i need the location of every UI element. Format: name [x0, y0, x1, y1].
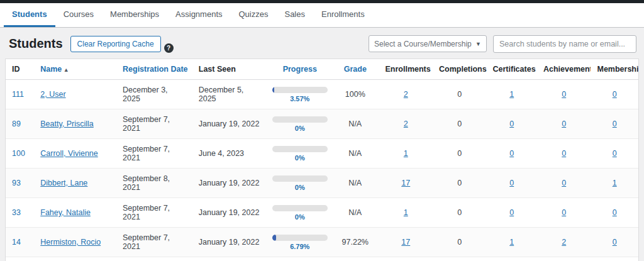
enrollments-link[interactable]: 17 [401, 179, 410, 187]
progress-bar: 6.79% [274, 235, 325, 250]
progress-track [272, 87, 328, 93]
page-title: Students [9, 36, 63, 51]
tab-memberships[interactable]: Memberships [102, 3, 167, 27]
certificates-link-cell: 0 [487, 139, 537, 169]
student-id-link-cell: 100 [6, 139, 34, 169]
achievements-link-cell: 0 [537, 139, 591, 169]
help-icon[interactable]: ? [164, 43, 174, 53]
achievements-link-cell: 0 [537, 109, 591, 139]
student-id-link[interactable]: 89 [12, 119, 21, 128]
certificates-link[interactable]: 0 [509, 179, 514, 187]
students-table-body: 1112, UserDecember 3, 2025December 5, 20… [6, 80, 638, 261]
certificates-link[interactable]: 1 [509, 90, 514, 99]
student-id-link[interactable]: 93 [12, 179, 21, 187]
grade-value: 97.22% [331, 228, 379, 257]
column-header-progress[interactable]: Progress [268, 59, 331, 80]
certificates-link-cell: 0 [487, 198, 537, 228]
completions-count: 0 [433, 228, 487, 257]
student-name-link[interactable]: Beatty, Priscilla [40, 119, 94, 128]
student-name-link-cell: Hermiston, Rocio [34, 228, 116, 257]
column-header-completions: Completions [433, 59, 487, 80]
memberships-link-cell: 0 [591, 139, 638, 169]
column-header-registration-date[interactable]: Registration Date [116, 59, 192, 80]
progress-bar: 0% [274, 116, 325, 132]
tab-sales[interactable]: Sales [276, 3, 313, 27]
achievements-link[interactable]: 0 [562, 179, 566, 187]
student-name-link[interactable]: Carroll, Vivienne [40, 149, 97, 158]
progress-cell: 0% [268, 198, 331, 228]
enrollments-link[interactable]: 17 [401, 238, 410, 247]
achievements-link[interactable]: 0 [562, 119, 566, 128]
registration-date: December 3, 2025 [116, 80, 192, 109]
progress-cell: 0% [268, 109, 331, 139]
enrollments-link[interactable]: 2 [404, 119, 408, 128]
enrollments-link-cell: 2 [379, 80, 433, 109]
student-id-link[interactable]: 111 [12, 90, 24, 99]
tab-assignments[interactable]: Assignments [167, 3, 230, 27]
achievements-link[interactable]: 0 [562, 149, 566, 158]
column-header-label: Enrollments [386, 65, 431, 74]
achievements-link[interactable]: 0 [562, 208, 566, 217]
certificates-link[interactable]: 0 [509, 208, 514, 217]
registration-date: September 8, 2021 [116, 169, 192, 198]
progress-bar: 0% [274, 146, 325, 162]
memberships-link[interactable]: 0 [613, 119, 617, 128]
student-name-link[interactable]: Hermiston, Rocio [40, 238, 101, 247]
tab-courses[interactable]: Courses [55, 3, 102, 27]
enrollments-link-cell: 2 [379, 109, 433, 139]
course-membership-dropdown-value: Select a Course/Membership [374, 40, 472, 48]
certificates-link-cell: 0 [487, 169, 537, 198]
student-name-link-cell: Beatty, Priscilla [34, 109, 116, 139]
tab-quizzes[interactable]: Quizzes [231, 3, 277, 27]
last-seen: June 11, 2023 [192, 257, 269, 261]
progress-fill [272, 235, 276, 241]
enrollments-link[interactable]: 1 [404, 149, 408, 158]
student-name-link[interactable]: Fahey, Natalie [40, 208, 91, 217]
clear-reporting-cache-button[interactable]: Clear Reporting Cache [70, 36, 161, 52]
memberships-link[interactable]: 0 [613, 149, 617, 158]
tab-students[interactable]: Students [4, 3, 55, 27]
progress-percent-label: 3.57% [290, 95, 309, 103]
achievements-link[interactable]: 0 [562, 90, 566, 99]
sort-asc-icon: ▲ [62, 67, 69, 73]
certificates-link[interactable]: 1 [509, 238, 514, 247]
completions-count: 0 [433, 169, 487, 198]
certificates-link[interactable]: 0 [509, 149, 514, 158]
student-id-link[interactable]: 14 [12, 238, 21, 247]
certificates-link[interactable]: 0 [509, 119, 514, 128]
certificates-link-cell: 1 [487, 80, 537, 109]
column-header-grade[interactable]: Grade [331, 59, 379, 80]
memberships-link[interactable]: 0 [613, 90, 617, 99]
column-header-label: Grade [344, 65, 367, 74]
toolbar: Students Clear Reporting Cache ? Select … [0, 28, 644, 58]
memberships-link[interactable]: 0 [613, 208, 617, 217]
progress-cell: 6.79% [268, 228, 331, 257]
column-header-memberships: Memberships [591, 59, 638, 80]
enrollments-link[interactable]: 1 [404, 208, 408, 217]
student-id-link[interactable]: 33 [12, 208, 21, 217]
certificates-link-cell: 0 [487, 109, 537, 139]
student-name-link[interactable]: Dibbert, Lane [40, 179, 87, 187]
column-header-label: Completions [439, 65, 487, 74]
achievements-link[interactable]: 2 [562, 238, 566, 247]
search-input[interactable] [493, 35, 636, 53]
report-tabs: Students Courses Memberships Assignments… [0, 3, 644, 28]
enrollments-link[interactable]: 2 [404, 90, 408, 99]
course-membership-dropdown[interactable]: Select a Course/Membership ▼ [369, 35, 487, 52]
column-header-name[interactable]: Name ▲ [34, 59, 116, 80]
column-header-id: ID [6, 59, 34, 80]
column-header-certificates: Certificates [487, 59, 537, 80]
progress-cell: 0% [268, 169, 331, 198]
memberships-link[interactable]: 0 [613, 238, 617, 247]
registration-date: September 7, 2021 [116, 228, 192, 257]
students-table: IDName ▲Registration DateLast SeenProgre… [6, 59, 638, 261]
progress-bar: 3.57% [274, 87, 325, 103]
progress-percent-label: 0% [295, 125, 305, 132]
grade-value: N/A [331, 257, 379, 261]
column-header-label: ID [12, 65, 20, 74]
enrollments-link-cell: 1 [379, 139, 433, 169]
tab-enrollments[interactable]: Enrollments [313, 3, 373, 27]
memberships-link[interactable]: 1 [613, 179, 617, 187]
student-name-link[interactable]: 2, User [40, 90, 65, 99]
student-id-link[interactable]: 100 [12, 149, 25, 158]
